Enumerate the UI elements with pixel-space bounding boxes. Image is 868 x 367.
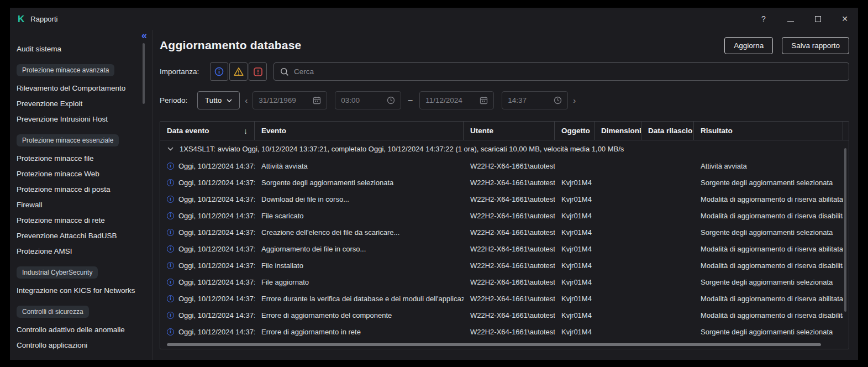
event-user: W22H2-X64-1661\autotester bbox=[464, 212, 555, 220]
sidebar-item[interactable]: Controlli di sicurezza bbox=[10, 306, 152, 318]
date-to-field[interactable]: 11/12/2024 bbox=[419, 91, 494, 109]
event-object: Kvjr01M4 bbox=[555, 328, 595, 336]
window-title: Rapporti bbox=[30, 15, 57, 23]
time-from-field[interactable]: 03:00 bbox=[335, 91, 401, 109]
event-result: Modalità di aggiornamento di riserva abi… bbox=[694, 295, 843, 303]
sidebar-item[interactable]: Rilevamento del Comportamento bbox=[10, 80, 152, 96]
table-row[interactable]: i Oggi, 10/12/2024 14:37:21 Attività avv… bbox=[160, 158, 849, 174]
critical-icon bbox=[254, 67, 262, 76]
save-report-button[interactable]: Salva rapporto bbox=[782, 37, 849, 54]
close-button[interactable]: ✕ bbox=[840, 14, 849, 23]
event-date: Oggi, 10/12/2024 14:37:21 bbox=[178, 212, 255, 220]
minimize-icon bbox=[787, 21, 794, 22]
event-name: Errore di aggiornamento del componente bbox=[255, 311, 464, 319]
help-button[interactable]: ? bbox=[759, 14, 768, 23]
sidebar-item[interactable]: Protezione minacce avanzata bbox=[10, 64, 152, 76]
sidebar-item[interactable]: Protezione minacce essenziale bbox=[10, 134, 152, 146]
sidebar-item[interactable]: Prevenzione Attacchi BadUSB bbox=[10, 228, 152, 243]
table-row[interactable]: i Oggi, 10/12/2024 14:37:21 File scarica… bbox=[160, 207, 849, 224]
sidebar-scrollbar[interactable] bbox=[143, 43, 145, 104]
table-row[interactable]: i Oggi, 10/12/2024 14:37:21 Creazione de… bbox=[160, 224, 849, 240]
sidebar-item[interactable]: Controllo applicazioni bbox=[10, 337, 152, 353]
event-result: Modalità di aggiornamento di riserva dis… bbox=[694, 212, 843, 220]
sidebar-item-label: Protezione minacce di posta bbox=[17, 185, 111, 193]
sidebar-item[interactable]: Protezione AMSI bbox=[10, 243, 152, 259]
importance-critical-button[interactable] bbox=[249, 62, 267, 81]
update-button[interactable]: Aggiorna bbox=[724, 37, 773, 54]
search-field[interactable] bbox=[273, 62, 849, 81]
column-header-spacer bbox=[843, 122, 849, 140]
date-from-value: 31/12/1969 bbox=[259, 96, 296, 104]
event-result: Sorgente degli aggiornamenti selezionata bbox=[694, 228, 843, 237]
search-input[interactable] bbox=[294, 67, 843, 76]
sidebar-item[interactable]: Integrazione con KICS for Networks bbox=[10, 282, 152, 298]
importance-info-button[interactable] bbox=[210, 62, 228, 81]
event-object: Kvjr01M4 bbox=[555, 295, 595, 303]
sidebar-item[interactable]: Controllo adattivo delle anomalie bbox=[10, 322, 152, 337]
sidebar-item[interactable]: Protezione minacce Web bbox=[10, 166, 152, 181]
collapse-sidebar-icon[interactable]: « bbox=[141, 30, 146, 41]
period-prev-icon[interactable]: ‹ bbox=[245, 96, 248, 105]
event-date: Oggi, 10/12/2024 14:37:21 bbox=[178, 195, 255, 203]
table-row[interactable]: i Oggi, 10/12/2024 14:37:21 Download dei… bbox=[160, 191, 849, 207]
event-name: File installato bbox=[255, 261, 464, 270]
column-header-risultato[interactable]: Risultato bbox=[694, 122, 843, 140]
event-user: W22H2-X64-1661\autotester bbox=[464, 295, 555, 303]
sidebar-item[interactable]: Firewall bbox=[10, 197, 152, 212]
sidebar-item-label: Controlli di sicurezza bbox=[17, 306, 89, 318]
event-result: Modalità di aggiornamento di riserva abi… bbox=[694, 195, 843, 203]
period-next-icon[interactable]: › bbox=[573, 96, 576, 105]
table-row[interactable]: i Oggi, 10/12/2024 14:37:21 Errore di ag… bbox=[160, 323, 849, 340]
period-dropdown-value: Tutto bbox=[205, 96, 222, 104]
event-result: Sorgente degli aggiornamenti selezionata bbox=[694, 328, 843, 336]
sidebar-item[interactable]: Audit sistema bbox=[10, 41, 152, 56]
sidebar-item[interactable]: Protezione minacce file bbox=[10, 150, 152, 166]
event-user: W22H2-X64-1661\autotester bbox=[464, 162, 555, 170]
sidebar-item[interactable]: Prevenzione Intrusioni Host bbox=[10, 111, 152, 127]
event-object: Kvjr01M4 bbox=[555, 212, 595, 220]
table-horizontal-scrollbar[interactable] bbox=[167, 343, 821, 346]
sort-descending-icon[interactable]: ↓ bbox=[244, 127, 248, 135]
event-name: File aggiornato bbox=[255, 278, 464, 286]
table-vertical-scrollbar[interactable] bbox=[844, 148, 846, 312]
time-to-field[interactable]: 14:37 bbox=[502, 91, 568, 109]
group-summary-row[interactable]: 1XS4SL1T: avviato Oggi, 10/12/2024 13:37… bbox=[160, 140, 849, 158]
column-header-evento[interactable]: Evento bbox=[255, 122, 464, 140]
table-row[interactable]: i Oggi, 10/12/2024 14:37:21 Sorgente deg… bbox=[160, 174, 849, 191]
sidebar-nav: Audit sistema Protezione minacce avanzat… bbox=[10, 41, 152, 353]
sidebar-item-label: Industrial CyberSecurity bbox=[17, 266, 98, 279]
kaspersky-logo-icon: K bbox=[18, 14, 24, 24]
column-header-oggetto[interactable]: Oggetto bbox=[555, 122, 595, 140]
time-to-value: 14:37 bbox=[508, 96, 527, 104]
column-header-dimensioni[interactable]: Dimensioni bbox=[595, 122, 641, 140]
minimize-button[interactable] bbox=[786, 14, 795, 23]
table-row[interactable]: i Oggi, 10/12/2024 14:37:21 File install… bbox=[160, 257, 849, 274]
event-object: Kvjr01M4 bbox=[555, 245, 595, 253]
sidebar-item-label: Rilevamento del Comportamento bbox=[17, 84, 125, 92]
main-content: Aggiornamento database Aggiorna Salva ra… bbox=[152, 30, 858, 360]
sidebar-item[interactable]: Prevenzione Exploit bbox=[10, 96, 152, 111]
column-header-data-rilascio[interactable]: Data rilascio bbox=[641, 122, 694, 140]
importance-warning-button[interactable] bbox=[229, 62, 248, 81]
date-from-field[interactable]: 31/12/1969 bbox=[252, 91, 327, 109]
info-icon: i bbox=[167, 196, 174, 203]
table-row[interactable]: i Oggi, 10/12/2024 14:37:21 File aggiorn… bbox=[160, 274, 849, 290]
period-dropdown[interactable]: Tutto bbox=[197, 91, 240, 109]
column-header-data-evento[interactable]: Data evento ↓ bbox=[160, 122, 255, 140]
sidebar-item[interactable]: Protezione minacce di rete bbox=[10, 212, 152, 228]
sidebar-item[interactable]: Protezione minacce di posta bbox=[10, 181, 152, 197]
event-user: W22H2-X64-1661\autotester bbox=[464, 195, 555, 203]
maximize-button[interactable] bbox=[813, 14, 822, 23]
info-icon: i bbox=[167, 212, 174, 219]
date-range-separator: – bbox=[408, 96, 413, 106]
table-row[interactable]: i Oggi, 10/12/2024 14:37:21 Aggiornament… bbox=[160, 240, 849, 257]
table-row[interactable]: i Oggi, 10/12/2024 14:37:21 Errore duran… bbox=[160, 290, 849, 307]
event-date: Oggi, 10/12/2024 14:37:21 bbox=[178, 295, 255, 303]
table-header-row: Data evento ↓ Evento Utente Oggetto Dime… bbox=[160, 122, 849, 140]
info-icon: i bbox=[167, 279, 174, 286]
sidebar-item[interactable]: Industrial CyberSecurity bbox=[10, 266, 152, 279]
table-row[interactable]: i Oggi, 10/12/2024 14:37:21 Errore di ag… bbox=[160, 307, 849, 323]
event-date: Oggi, 10/12/2024 14:37:21 bbox=[178, 328, 255, 336]
column-header-utente[interactable]: Utente bbox=[464, 122, 555, 140]
date-to-value: 11/12/2024 bbox=[425, 96, 462, 104]
